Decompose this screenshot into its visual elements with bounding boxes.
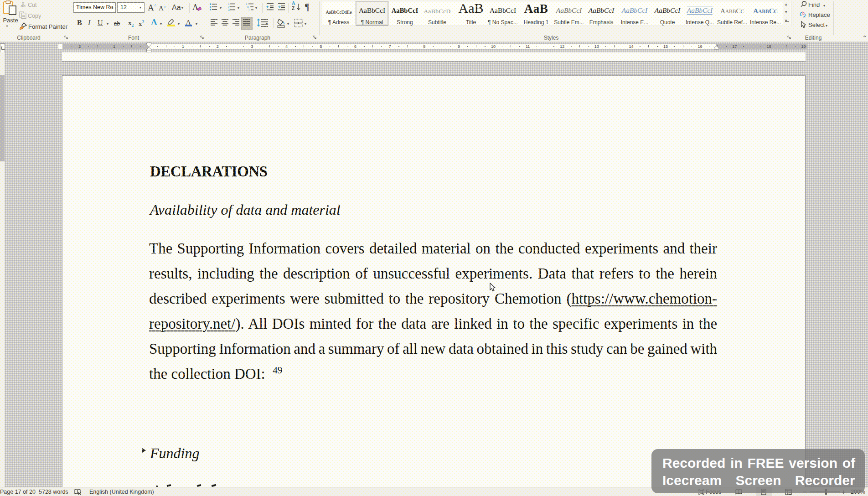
svg-text:i: i [249, 8, 249, 11]
svg-text:3: 3 [228, 8, 230, 11]
